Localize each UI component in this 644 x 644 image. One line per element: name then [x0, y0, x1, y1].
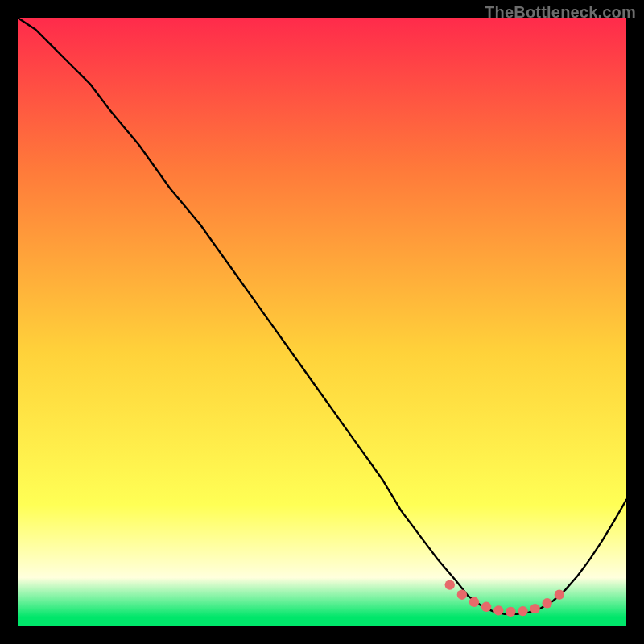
optimal-dot [493, 605, 503, 615]
chart-svg [18, 18, 626, 626]
optimal-dot [481, 602, 491, 612]
optimal-dot [469, 597, 479, 607]
optimal-dot [445, 580, 455, 589]
plot-area [18, 18, 626, 626]
optimal-dot [457, 589, 467, 599]
optimal-dot [543, 598, 552, 608]
optimal-dot [530, 604, 539, 613]
chart-stage: TheBottleneck.com [0, 0, 644, 644]
watermark-text: TheBottleneck.com [485, 3, 636, 22]
optimal-dot [555, 589, 564, 599]
optimal-dot [518, 606, 527, 616]
optimal-dot [506, 607, 515, 617]
